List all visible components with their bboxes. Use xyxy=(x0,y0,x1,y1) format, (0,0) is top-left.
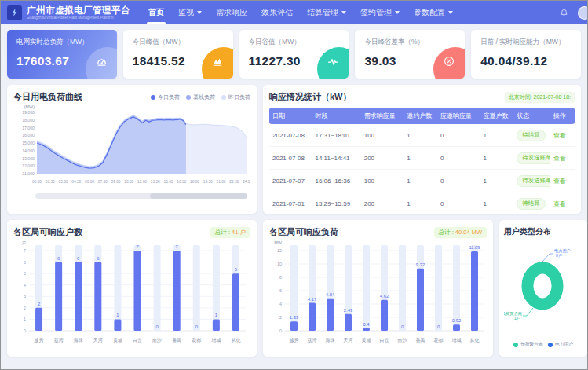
svg-text:0: 0 xyxy=(24,328,26,333)
legend-item[interactable]: 昨日负荷 xyxy=(221,93,250,101)
nav-item-label: 效果评估 xyxy=(261,7,293,18)
view-link[interactable]: 查看 xyxy=(553,155,566,162)
bar-value-label: 2 xyxy=(38,302,40,306)
bar-category-label: 增城 xyxy=(211,338,221,343)
table-cell-action: 查看 xyxy=(550,147,575,170)
svg-text:0: 0 xyxy=(279,328,282,333)
nav-item-label: 监视 xyxy=(178,7,194,18)
table-cell: 1 xyxy=(480,147,513,170)
bar-category-label: 花都 xyxy=(192,338,201,343)
district-users-chart: 户012345672越秀6荔湾6海珠6天河1黄埔7白云0南沙7番禺0花都1增城5… xyxy=(13,238,249,350)
kpi-card-today-valley: 今日谷值（MW）11227.30 xyxy=(239,30,349,79)
svg-text:6: 6 xyxy=(279,288,282,293)
legend-dot-icon xyxy=(221,95,226,100)
chart-zoom-handle[interactable] xyxy=(150,193,247,199)
bar-background-band xyxy=(435,245,442,331)
nav-item-label: 签约管理 xyxy=(360,7,392,18)
nav-item-label: 结算管理 xyxy=(307,7,338,18)
chevron-down-icon xyxy=(395,11,400,14)
table-cell: 1 xyxy=(480,192,513,214)
bar-value-label: 9.32 xyxy=(416,262,425,267)
table-cell: 0 xyxy=(437,147,480,170)
district-users-title: 各区局可响应户数 xyxy=(13,226,82,238)
kpi-card-grid-realtime-load: 电网实时总负荷（MW）17603.67 xyxy=(7,30,117,79)
table-col-header: 操作 xyxy=(550,108,575,124)
bar xyxy=(232,273,239,331)
app-logo-icon xyxy=(7,5,22,20)
svg-text:4: 4 xyxy=(279,302,282,306)
nav-item-home[interactable]: 首页 xyxy=(141,1,171,24)
user-type-title: 用户类型分布 xyxy=(504,226,583,237)
view-link[interactable]: 查看 xyxy=(553,178,566,185)
svg-text:03:00: 03:00 xyxy=(58,180,68,184)
nav-item-settlement[interactable]: 结算管理 xyxy=(300,1,353,24)
view-link[interactable]: 查看 xyxy=(553,132,566,139)
nav-item-demand-response[interactable]: 需求响应 xyxy=(209,1,254,24)
bar xyxy=(309,303,316,331)
table-cell: 17:31~18:01 xyxy=(312,124,360,147)
view-link[interactable]: 查看 xyxy=(553,200,566,207)
kpi-card-peak-valley-rate: 今日峰谷差率（%）39.03 xyxy=(355,30,465,79)
legend-dot-icon xyxy=(513,343,518,347)
beijing-time-stamp: 北京时间: 2021-07-08 18: xyxy=(505,92,575,103)
table-row: 2021-07-0814:11~14:41200101待发送账单查看 xyxy=(269,147,575,170)
legend-item[interactable]: 负荷聚合商 xyxy=(513,341,543,348)
svg-text:15,000: 15,000 xyxy=(22,141,35,145)
table-col-header: 应邀响应量 xyxy=(437,108,480,124)
nav-item-contract[interactable]: 签约管理 xyxy=(353,1,407,24)
legend-item[interactable]: 今日负荷 xyxy=(151,93,180,101)
svg-text:04:30: 04:30 xyxy=(71,180,81,184)
svg-text:16,000: 16,000 xyxy=(22,133,35,137)
bar-category-label: 黄埔 xyxy=(362,338,371,343)
nav-item-monitoring[interactable]: 监视 xyxy=(171,1,209,24)
kpi-value: 40.04/39.12 xyxy=(480,54,572,68)
donut-callout-count: 0户 xyxy=(556,253,562,258)
bar-value-label: 4.17 xyxy=(308,297,316,302)
table-cell: 2021-07-07 xyxy=(269,170,312,192)
bar-category-label: 天河 xyxy=(93,338,103,343)
nav-item-effect-evaluation[interactable]: 效果评估 xyxy=(254,1,300,24)
svg-text:10: 10 xyxy=(277,262,282,266)
nav-item-parameters[interactable]: 参数配置 xyxy=(407,1,460,24)
legend-item[interactable]: 基线负荷 xyxy=(186,93,215,101)
bar-value-label: 0 xyxy=(155,324,158,329)
bar-category-label: 黄埔 xyxy=(113,338,122,343)
svg-text:16:30: 16:30 xyxy=(177,180,186,184)
kpi-title: 今日谷值（MW） xyxy=(249,38,340,47)
district-load-title: 各区局可响应负荷 xyxy=(269,226,338,238)
avatar[interactable] xyxy=(578,6,588,20)
bar-value-label: 0 xyxy=(195,324,198,329)
response-table-title: 响应情况统计（kW） xyxy=(269,91,352,103)
legend-label: 基线负荷 xyxy=(193,93,215,101)
load-curve-legend: 今日负荷基线负荷昨日负荷 xyxy=(151,93,250,101)
table-cell: 2021-07-08 xyxy=(269,124,312,147)
svg-text:07:30: 07:30 xyxy=(98,180,108,184)
svg-text:户: 户 xyxy=(22,240,27,245)
svg-text:12:00: 12:00 xyxy=(137,180,147,184)
table-cell: 200 xyxy=(361,147,404,170)
svg-text:18:00: 18:00 xyxy=(190,180,199,184)
bar-value-label: 2.49 xyxy=(344,308,352,313)
district-load-total-badge: 总计 : 40.04 MW xyxy=(434,227,487,238)
load-curve-title: 今日用电负荷曲线 xyxy=(13,91,82,103)
chart-zoom-scrollbar[interactable] xyxy=(35,193,247,199)
bar-category-label: 从化 xyxy=(470,338,480,343)
svg-text:2: 2 xyxy=(279,315,282,320)
kpi-title: 电网实时总负荷（MW） xyxy=(16,38,108,47)
table-cell: 15:29~15:59 xyxy=(312,192,360,214)
legend-item[interactable]: 电力用户 xyxy=(548,341,573,348)
total-label: 总计 : xyxy=(439,229,454,236)
bell-icon[interactable] xyxy=(560,9,568,17)
svg-text:3: 3 xyxy=(24,294,26,299)
table-cell: 14:11~14:41 xyxy=(312,147,360,170)
svg-text:13:30: 13:30 xyxy=(151,180,160,184)
svg-text:09:00: 09:00 xyxy=(111,180,120,184)
table-cell-status: 待发送账单 xyxy=(513,147,550,170)
kpi-card-response-capacity: 日前 / 实时响应能力（MW）40.04/39.12 xyxy=(471,30,581,79)
svg-text:19:30: 19:30 xyxy=(203,180,213,184)
nav-item-label: 需求响应 xyxy=(216,7,247,18)
svg-text:18,000: 18,000 xyxy=(22,118,35,123)
response-stats-panel: 响应情况统计（kW） 北京时间: 2021-07-08 18: 日期时段需求响应… xyxy=(263,85,581,214)
bar-value-label: 6 xyxy=(77,256,79,261)
status-badge: 待发送账单 xyxy=(517,175,550,187)
